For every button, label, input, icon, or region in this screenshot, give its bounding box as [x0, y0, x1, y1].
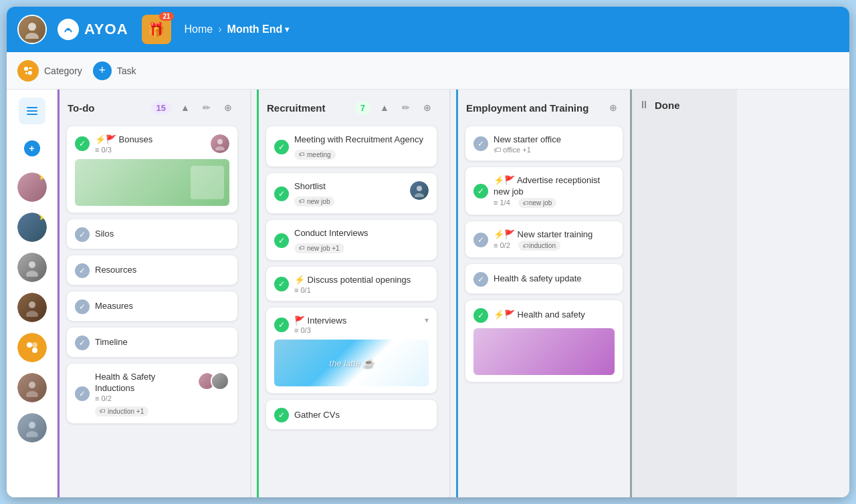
svg-point-0: [28, 23, 36, 31]
card-silos-title: Silos: [95, 229, 114, 240]
column-todo-header: To-do 15 ▲ ✏ ⊕: [60, 90, 245, 123]
chevron-down-icon: ▾: [285, 25, 289, 34]
column-todo: To-do 15 ▲ ✏ ⊕ ✓: [58, 90, 245, 497]
card-new-starter[interactable]: ✓ New starter office 🏷 office +1: [465, 126, 623, 161]
svg-rect-10: [27, 114, 37, 115]
card-silos[interactable]: ✓ Silos: [66, 219, 238, 249]
check-resources[interactable]: ✓: [75, 263, 90, 278]
svg-point-25: [415, 193, 424, 197]
sidebar-avatar-5[interactable]: [17, 333, 47, 362]
category-icon: [17, 60, 39, 82]
column-employment-header: Employment and Training ⊕: [458, 90, 630, 123]
task-add-icon: +: [93, 61, 112, 80]
card-shortlist-avatar: [410, 181, 429, 200]
card-meeting-recruitment[interactable]: ✓ Meeting with Recruitment Agency meetin…: [265, 126, 437, 167]
sidebar-item-chat[interactable]: +: [19, 135, 45, 162]
svg-point-3: [67, 28, 70, 31]
column-recruitment-sort[interactable]: ▲: [376, 99, 393, 116]
check-health-safety[interactable]: ✓: [473, 308, 488, 323]
sidebar-avatar-1[interactable]: ⭐: [17, 172, 47, 202]
card-health-safety-inductions[interactable]: ✓ Health & Safety Inductions ≡ 0/2 induc…: [66, 363, 238, 424]
card-measures-title: Measures: [95, 301, 133, 312]
svg-point-24: [417, 186, 422, 191]
check-silos[interactable]: ✓: [75, 227, 90, 242]
check-timeline[interactable]: ✓: [75, 336, 90, 350]
card-gather-cvs[interactable]: ✓ Gather CVs: [265, 399, 437, 430]
svg-point-1: [25, 33, 39, 39]
task-button[interactable]: + Task: [93, 61, 136, 80]
sidebar-avatar-6[interactable]: [17, 373, 47, 402]
card-interviews[interactable]: ✓ 🚩 Interviews ≡ 0/3 ▾ the latte ☕: [265, 307, 437, 394]
card-new-starter-training[interactable]: ✓ ⚡🚩 New starter training ≡ 0/2 inductio…: [465, 221, 623, 258]
svg-point-15: [27, 342, 32, 348]
notifications-button[interactable]: 🎁 21: [142, 15, 171, 44]
card-bonuses-subtasks: ≡ 0/3: [95, 146, 152, 154]
breadcrumb-home[interactable]: Home: [185, 23, 213, 35]
card-conduct-interviews[interactable]: ✓ Conduct Interviews new job +1: [265, 219, 437, 261]
column-recruitment-edit[interactable]: ✏: [397, 99, 415, 116]
sidebar-avatar-2[interactable]: ⭐: [17, 213, 47, 242]
column-employment-move[interactable]: ⊕: [605, 99, 622, 116]
card-bonuses-avatar: [211, 134, 229, 153]
column-todo-actions: ▲ ✏ ⊕: [177, 99, 237, 116]
card-training-subtitle: ≡ 0/2 induction: [494, 241, 593, 251]
sidebar-item-list[interactable]: [19, 98, 45, 124]
card-inductions-avatars: [197, 372, 229, 390]
column-recruitment-cards: ✓ Meeting with Recruitment Agency meetin…: [259, 123, 444, 497]
breadcrumb: Home › Month End ▾: [185, 23, 290, 35]
card-resources[interactable]: ✓ Resources: [66, 255, 238, 285]
card-health-safety[interactable]: ✓ ⚡🚩 Health and safety: [465, 299, 623, 382]
check-inductions[interactable]: ✓: [75, 386, 90, 401]
main-content: + ⭐ ⭐: [7, 90, 849, 497]
card-timeline[interactable]: ✓ Timeline: [66, 327, 238, 358]
check-measures[interactable]: ✓: [75, 299, 90, 314]
card-advertise-subtasks: ≡ 1/4 new job: [494, 198, 615, 208]
card-shortlist-title: Shortlist: [294, 181, 334, 193]
svg-point-18: [29, 382, 35, 388]
card-meeting-title: Meeting with Recruitment Agency: [294, 134, 423, 146]
breadcrumb-current[interactable]: Month End ▾: [227, 23, 290, 35]
sidebar-avatar-7[interactable]: [17, 413, 47, 443]
check-new-starter[interactable]: ✓: [473, 136, 488, 151]
svg-point-13: [29, 301, 35, 308]
check-conduct[interactable]: ✓: [274, 233, 289, 248]
card-new-starter-subtitle: 🏷 office +1: [494, 146, 561, 154]
app-container: AYOA 🎁 21 Home › Month End ▾ Categ: [7, 7, 849, 497]
card-resources-title: Resources: [95, 265, 136, 276]
column-todo-move[interactable]: ⊕: [219, 99, 237, 116]
card-safety-update-title: Health & safety update: [494, 273, 582, 285]
check-gather[interactable]: ✓: [274, 408, 289, 422]
column-recruitment-move[interactable]: ⊕: [419, 99, 436, 116]
column-todo-title: To-do: [68, 102, 146, 114]
check-advertise[interactable]: ✓: [473, 184, 488, 199]
logo-icon: [58, 19, 79, 40]
svg-point-4: [24, 67, 28, 71]
card-advertise-receptionist[interactable]: ✓ ⚡🚩 Advertise receptionist new job ≡ 1/…: [465, 166, 623, 215]
check-safety-update[interactable]: ✓: [473, 272, 488, 287]
check-meeting[interactable]: ✓: [274, 140, 289, 154]
column-todo-sort[interactable]: ▲: [177, 99, 194, 116]
check-bonuses[interactable]: ✓: [75, 136, 90, 151]
check-discuss[interactable]: ✓: [274, 277, 289, 291]
card-interviews-expand[interactable]: ▾: [425, 316, 429, 325]
card-discuss-openings[interactable]: ✓ ⚡ Discuss potential openings ≡ 0/1: [265, 266, 437, 301]
column-todo-edit[interactable]: ✏: [198, 99, 215, 116]
separator-1: [250, 90, 251, 497]
check-training[interactable]: ✓: [473, 233, 488, 247]
category-button[interactable]: Category: [17, 60, 82, 82]
svg-point-23: [215, 146, 225, 150]
sidebar-avatar-3[interactable]: [17, 253, 47, 282]
logo: AYOA: [58, 19, 128, 40]
card-bonuses[interactable]: ✓ ⚡🚩 Bonuses ≡ 0/3: [66, 126, 238, 213]
check-interviews[interactable]: ✓: [274, 318, 289, 332]
card-health-safety-update[interactable]: ✓ Health & safety update: [465, 263, 623, 294]
check-shortlist[interactable]: ✓: [274, 186, 289, 201]
pause-icon: ⏸: [639, 99, 649, 111]
user-avatar[interactable]: [17, 15, 47, 44]
sidebar-avatar-4[interactable]: [17, 293, 47, 322]
star-badge-1: ⭐: [38, 172, 47, 180]
column-recruitment-header: Recruitment 7 ▲ ✏ ⊕: [259, 90, 444, 123]
card-measures[interactable]: ✓ Measures: [66, 291, 238, 322]
card-shortlist[interactable]: ✓ Shortlist new job: [265, 172, 437, 214]
svg-rect-6: [25, 72, 27, 74]
